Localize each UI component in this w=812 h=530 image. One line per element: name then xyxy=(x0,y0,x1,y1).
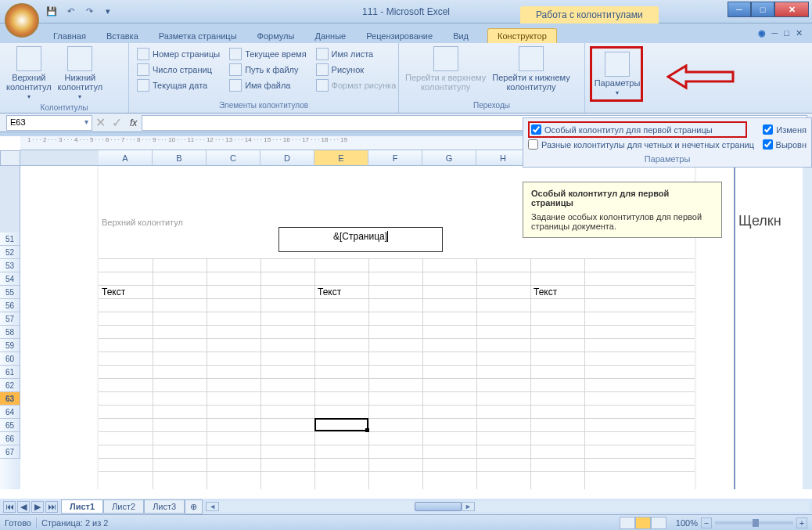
header-center-field[interactable]: &[Страница] xyxy=(278,227,443,252)
col-B[interactable]: B xyxy=(153,150,207,166)
view-normal-button[interactable] xyxy=(620,517,635,529)
zoom-out-button[interactable]: − xyxy=(701,517,712,528)
format-picture-icon xyxy=(316,79,329,92)
col-C[interactable]: C xyxy=(207,150,260,166)
file-path-button[interactable]: Путь к файлу xyxy=(228,62,307,78)
option-odd-even[interactable]: Разные колонтитулы для четных и нечетных… xyxy=(528,139,754,150)
cell-a54[interactable]: Текст xyxy=(102,287,125,297)
sheet-last-icon[interactable]: ⏭ xyxy=(45,501,58,513)
row-64[interactable]: 64 xyxy=(0,406,20,419)
page-number-button[interactable]: Номер страницы xyxy=(135,46,221,62)
tooltip-body: Задание особых колонтитулов для первой с… xyxy=(531,212,713,231)
sheet-tab-3[interactable]: Лист3 xyxy=(144,499,185,514)
row-63[interactable]: 63 xyxy=(0,392,20,406)
group-navigation: Переходы xyxy=(402,99,581,111)
sheet-next-icon[interactable]: ▶ xyxy=(31,501,44,513)
row-53[interactable]: 53 xyxy=(0,259,20,272)
row-60[interactable]: 60 xyxy=(0,352,20,366)
zoom-in-button[interactable]: + xyxy=(796,517,807,528)
save-icon[interactable]: 💾 xyxy=(44,4,59,20)
sheet-prev-icon[interactable]: ◀ xyxy=(17,501,30,513)
new-sheet-button[interactable]: ⊕ xyxy=(185,499,203,514)
enter-icon[interactable]: ✓ xyxy=(109,115,125,130)
active-cell[interactable] xyxy=(314,418,368,431)
tab-home[interactable]: Главная xyxy=(44,29,95,43)
doc-restore-icon[interactable]: □ xyxy=(784,28,789,38)
header-button[interactable]: Верхний колонтитул▾ xyxy=(3,45,55,102)
zoom-slider[interactable] xyxy=(715,521,793,525)
annotation-box-params: Параметры▾ xyxy=(590,46,643,102)
close-button[interactable]: ✕ xyxy=(774,2,809,17)
row-58[interactable]: 58 xyxy=(0,326,20,339)
tab-design[interactable]: Конструктор xyxy=(487,28,557,43)
goto-footer-button[interactable]: Перейти к нижнему колонтитулу xyxy=(489,45,573,99)
checkbox-align[interactable] xyxy=(763,139,773,150)
row-67[interactable]: 67 xyxy=(0,445,20,459)
office-button[interactable] xyxy=(5,3,39,38)
tab-formulas[interactable]: Формулы xyxy=(248,29,304,43)
tab-view[interactable]: Вид xyxy=(444,29,478,43)
cancel-icon[interactable]: ✕ xyxy=(92,115,109,130)
current-time-button[interactable]: Текущее время xyxy=(228,46,307,62)
file-name-button[interactable]: Имя файла xyxy=(228,78,307,93)
vertical-scrollbar[interactable] xyxy=(803,166,812,489)
row-62[interactable]: 62 xyxy=(0,379,20,392)
col-A[interactable]: A xyxy=(99,150,153,166)
row-59[interactable]: 59 xyxy=(0,339,20,352)
maximize-button[interactable]: □ xyxy=(751,2,774,17)
help-icon[interactable]: ◉ xyxy=(758,28,766,38)
footer-button[interactable]: Нижний колонтитул▾ xyxy=(55,45,106,102)
date-icon xyxy=(137,79,149,92)
select-all-corner[interactable] xyxy=(0,150,20,166)
checkbox-odd-even[interactable] xyxy=(528,139,538,150)
checkbox-first-page[interactable] xyxy=(531,124,541,135)
sheet-tab-2[interactable]: Лист2 xyxy=(103,499,144,514)
sheet-name-button[interactable]: Имя листа xyxy=(314,46,398,62)
checkbox-scale[interactable] xyxy=(763,124,773,135)
horizontal-scrollbar[interactable] xyxy=(206,501,809,512)
view-page-layout-button[interactable] xyxy=(635,517,651,529)
cell-i54[interactable]: Текст xyxy=(534,287,557,297)
zoom-thumb[interactable] xyxy=(753,519,759,527)
minimize-button[interactable]: ─ xyxy=(728,2,751,17)
option-scale[interactable]: Изменя xyxy=(763,121,807,138)
path-icon xyxy=(229,63,242,76)
tab-insert[interactable]: Вставка xyxy=(97,29,148,43)
row-56[interactable]: 56 xyxy=(0,299,20,312)
option-different-first-page[interactable]: Особый колонтитул для первой страницы xyxy=(528,121,747,138)
row-51[interactable]: 51 xyxy=(0,233,20,246)
row-54[interactable]: 54 xyxy=(0,272,20,286)
cell-e54[interactable]: Текст xyxy=(318,287,341,297)
current-date-button[interactable]: Текущая дата xyxy=(135,78,221,93)
row-55[interactable]: 55 xyxy=(0,286,20,299)
undo-icon[interactable]: ↶ xyxy=(63,4,78,20)
option-align[interactable]: Выровн xyxy=(763,139,807,150)
doc-minimize-icon[interactable]: ─ xyxy=(772,28,778,38)
options-button[interactable]: Параметры▾ xyxy=(594,50,641,98)
redo-icon[interactable]: ↷ xyxy=(81,4,97,20)
col-D[interactable]: D xyxy=(260,150,314,166)
row-65[interactable]: 65 xyxy=(0,419,20,432)
sheet-tab-1[interactable]: Лист1 xyxy=(61,499,103,514)
page-count-button[interactable]: Число страниц xyxy=(135,62,221,78)
view-page-break-button[interactable] xyxy=(651,517,666,529)
zoom-level[interactable]: 100% xyxy=(676,518,698,528)
fx-icon[interactable]: fx xyxy=(130,117,137,128)
col-G[interactable]: G xyxy=(422,150,476,166)
doc-close-icon[interactable]: ✕ xyxy=(796,28,803,38)
tab-review[interactable]: Рецензирование xyxy=(357,29,442,43)
sheet-first-icon[interactable]: ⏮ xyxy=(3,501,16,513)
row-52[interactable]: 52 xyxy=(0,246,20,259)
tab-page-layout[interactable]: Разметка страницы xyxy=(149,29,246,43)
hscroll-thumb[interactable] xyxy=(415,502,462,511)
row-61[interactable]: 61 xyxy=(0,366,20,379)
picture-button[interactable]: Рисунок xyxy=(314,62,398,78)
footer-icon xyxy=(67,46,92,71)
col-F[interactable]: F xyxy=(368,150,422,166)
row-66[interactable]: 66 xyxy=(0,432,20,445)
name-box[interactable]: E63 xyxy=(6,115,92,131)
col-E[interactable]: E xyxy=(314,150,368,166)
tab-data[interactable]: Данные xyxy=(305,29,355,43)
qat-more-icon[interactable]: ▾ xyxy=(100,4,116,20)
row-57[interactable]: 57 xyxy=(0,312,20,326)
